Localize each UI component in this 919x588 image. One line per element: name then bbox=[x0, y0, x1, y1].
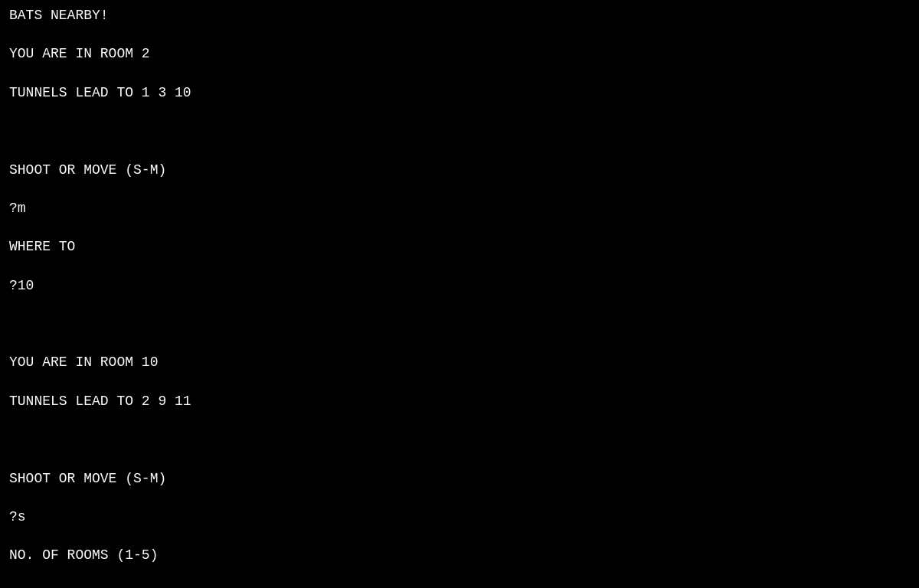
terminal-line: YOU ARE IN ROOM 2 bbox=[9, 44, 910, 64]
terminal-line: ?10 bbox=[9, 276, 910, 296]
terminal-line: YOU ARE IN ROOM 10 bbox=[9, 353, 910, 372]
terminal-line: ?s bbox=[9, 508, 910, 527]
terminal-line: BATS NEARBY! bbox=[9, 6, 910, 25]
terminal-line bbox=[9, 315, 910, 334]
terminal-output: BATS NEARBY! YOU ARE IN ROOM 2 TUNNELS L… bbox=[0, 0, 919, 588]
terminal-line bbox=[9, 122, 910, 141]
terminal-line: ?2 bbox=[9, 585, 910, 588]
terminal-line: SHOOT OR MOVE (S-M) bbox=[9, 469, 910, 488]
terminal-line: WHERE TO bbox=[9, 237, 910, 256]
terminal-line: TUNNELS LEAD TO 1 3 10 bbox=[9, 83, 910, 103]
terminal-line bbox=[9, 430, 910, 449]
terminal-line: ?m bbox=[9, 199, 910, 218]
terminal-line: SHOOT OR MOVE (S-M) bbox=[9, 161, 910, 180]
terminal-line: NO. OF ROOMS (1-5) bbox=[9, 546, 910, 565]
terminal-line: TUNNELS LEAD TO 2 9 11 bbox=[9, 392, 910, 411]
